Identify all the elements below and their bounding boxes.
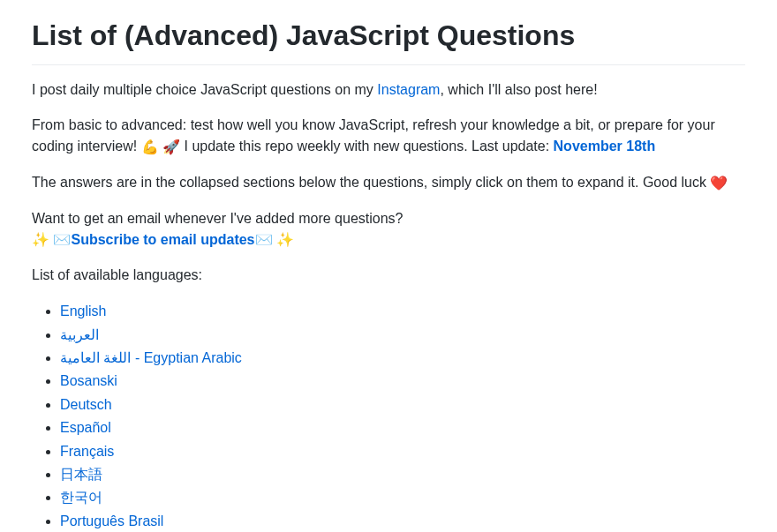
para3-text: The answers are in the collapsed section… [32, 175, 710, 190]
lang-link-arabic[interactable]: العربية [60, 327, 99, 342]
lang-link-japanese[interactable]: 日本語 [60, 467, 102, 482]
lang-link-korean[interactable]: 한국어 [60, 490, 102, 505]
lang-link-deutsch[interactable]: Deutsch [60, 397, 112, 412]
lang-link-english[interactable]: English [60, 303, 106, 318]
list-item: Bosanski [60, 370, 745, 393]
instagram-link[interactable]: Instagram [377, 82, 440, 97]
answers-paragraph: The answers are in the collapsed section… [32, 172, 745, 194]
list-item: Español [60, 416, 745, 439]
envelope-icon: ✉️ [255, 229, 273, 251]
list-item: 日本語 [60, 463, 745, 486]
lang-link-bosanski[interactable]: Bosanski [60, 373, 117, 388]
list-item: Deutsch [60, 393, 745, 416]
envelope-icon: ✉️ [53, 229, 71, 251]
sparkle-icon: ✨ [32, 229, 49, 251]
intro-paragraph: I post daily multiple choice JavaScript … [32, 79, 745, 101]
list-item: English [60, 300, 745, 323]
lang-link-portugues[interactable]: Português Brasil [60, 513, 163, 528]
lang-link-egyptian-arabic[interactable]: اللغة العامية - Egyptian Arabic [60, 350, 242, 365]
rocket-icon: 🚀 [162, 137, 180, 158]
update-paragraph: From basic to advanced: test how well yo… [32, 115, 745, 158]
last-update-link[interactable]: November 18th [554, 139, 656, 154]
lang-link-espanol[interactable]: Español [60, 420, 111, 435]
list-item: اللغة العامية - Egyptian Arabic [60, 347, 745, 370]
list-item: Português Brasil [60, 510, 745, 532]
email-paragraph: Want to get an email whenever I've added… [32, 208, 745, 251]
languages-header: List of available languages: [32, 265, 745, 286]
intro-text-after: , which I'll also post here! [440, 82, 597, 97]
subscribe-link[interactable]: Subscribe to email updates [71, 232, 254, 247]
list-item: 한국어 [60, 486, 745, 509]
intro-text-before: I post daily multiple choice JavaScript … [32, 82, 377, 97]
page-title: List of (Advanced) JavaScript Questions [32, 14, 745, 65]
lang-link-francais[interactable]: Français [60, 444, 114, 459]
flex-arm-icon: 💪 [141, 137, 159, 158]
heart-icon: ❤️ [710, 173, 728, 194]
sparkle-icon: ✨ [276, 229, 294, 251]
list-item: Français [60, 440, 745, 463]
email-prompt-text: Want to get an email whenever I've added… [32, 211, 403, 226]
para2-mid: I update this repo weekly with new quest… [180, 139, 553, 154]
language-list: English العربية اللغة العامية - Egyptian… [32, 300, 745, 532]
list-item: العربية [60, 324, 745, 347]
